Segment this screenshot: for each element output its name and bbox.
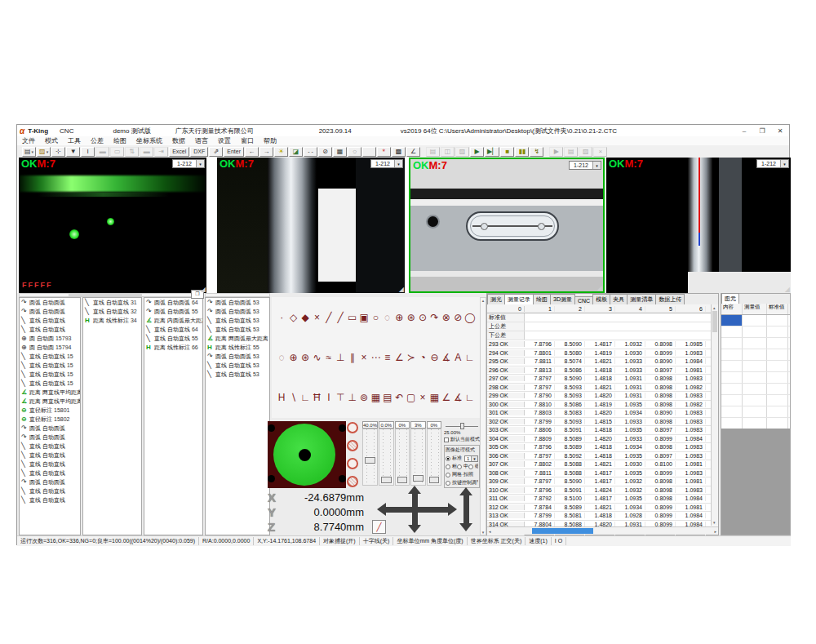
menu-item-文件[interactable]: 文件 [17, 136, 40, 145]
list-item[interactable]: ↷圆弧 自动圆弧55 [144, 307, 202, 316]
list-item[interactable]: ╲直线 自动直线 [20, 495, 80, 504]
list-item[interactable]: ╲直线 自动直线 [20, 451, 80, 460]
list-item[interactable]: ╲直线 自动直线53 [206, 316, 269, 325]
palette-tool-icon[interactable]: ∟ [299, 392, 311, 403]
slider-thumb[interactable] [365, 457, 375, 464]
enter-button[interactable]: Enter [224, 147, 244, 157]
table-row[interactable]: 300 OK7.88108.50861.48191.09350.80981.09… [487, 401, 718, 410]
back-light-button[interactable] [347, 476, 358, 487]
minimize-button[interactable]: – [735, 126, 753, 136]
segment-light-button[interactable] [347, 440, 358, 451]
resize-grip-icon[interactable]: ◢ [597, 284, 602, 291]
play-to-end-button[interactable]: ▶▏ [485, 147, 499, 157]
slider-track[interactable] [410, 429, 426, 486]
slider-track[interactable] [395, 429, 410, 486]
open-button[interactable]: ▨▾ [37, 147, 51, 157]
element-row[interactable] [721, 315, 790, 326]
tab-element[interactable]: 图元 [721, 293, 739, 304]
level-radio-粗[interactable] [446, 464, 450, 469]
standard-radio[interactable] [446, 456, 450, 461]
table-row[interactable]: 296 OK7.88138.50861.48181.09330.80971.09… [487, 366, 718, 375]
table-row[interactable]: 299 OK7.87908.50931.48201.09310.80981.09… [487, 392, 718, 401]
pattern-button[interactable]: ▦ [333, 147, 347, 157]
table-row[interactable]: 307 OK7.88028.50881.48211.09300.81001.09… [487, 460, 718, 469]
chart-button[interactable]: ∠ [406, 147, 420, 157]
menu-item-数据[interactable]: 数据 [167, 136, 190, 145]
tab-绘图[interactable]: 绘图 [533, 294, 551, 304]
palette-tool-icon[interactable]: ▭ [346, 312, 357, 323]
camera-view-3[interactable]: OKM:7 1-212▾ ◢ [409, 158, 605, 293]
palette-tool-icon[interactable]: ∿ [311, 352, 322, 363]
camera-view-2[interactable]: OKM:7 1-212▾ ◢ [217, 158, 405, 293]
menu-item-工具[interactable]: 工具 [63, 136, 86, 145]
palette-tool-icon[interactable]: ◇ [287, 312, 299, 323]
palette-tool-icon[interactable]: Ħ [311, 392, 322, 403]
table-fixed-row[interactable]: 上公差 [487, 322, 718, 331]
element-row[interactable] [721, 338, 790, 349]
slider-thumb[interactable] [397, 477, 408, 483]
list-item[interactable]: ⊕圆 自动圆15794 [20, 343, 80, 352]
list-item[interactable]: ∡距离 两直线平均距离 [20, 397, 80, 406]
palette-tool-icon[interactable]: ╱ [335, 312, 346, 323]
tab-CNC[interactable]: CNC [574, 296, 593, 304]
palette-tool-icon[interactable]: ▦ [428, 392, 440, 403]
palette-tool-icon[interactable]: ⊕ [393, 312, 405, 323]
palette-tool-icon[interactable]: · [276, 312, 287, 323]
edge-tool-button[interactable]: I [81, 147, 95, 157]
slider-track[interactable] [379, 429, 394, 486]
palette-tool-icon[interactable]: ≈ [323, 352, 335, 363]
table-hscrollbar[interactable]: ◂▸ [487, 526, 718, 535]
table-row[interactable]: 305 OK7.87968.50891.48181.09340.80981.09… [487, 443, 718, 452]
list-item[interactable]: H距离 线性标注55 [206, 343, 269, 352]
list-item[interactable]: ⊖直径标注15801 [20, 406, 80, 415]
palette-tool-icon[interactable]: ◆ [299, 312, 311, 323]
save-button[interactable]: ▤▾ [22, 147, 36, 157]
palette-tool-icon[interactable]: ⊥ [335, 352, 346, 363]
palette-tool-icon[interactable]: ∡ [441, 352, 452, 363]
palette-tool-icon[interactable]: ▦ [370, 392, 381, 403]
slider-thumb[interactable] [429, 477, 440, 483]
diagonal-move-button[interactable]: ╱ [372, 520, 386, 534]
light-slider[interactable]: 0.0% [379, 421, 394, 488]
palette-tool-icon[interactable]: ⋯ [370, 352, 381, 363]
table-row[interactable]: 303 OK7.88068.50911.48181.09350.80971.09… [487, 426, 718, 435]
table-row[interactable]: 312 OK7.87848.50891.48211.09340.80991.09… [487, 504, 718, 513]
coax-light-button[interactable] [347, 458, 358, 469]
zoom-tool-button[interactable]: ⊘ [318, 147, 332, 157]
palette-tool-icon[interactable]: ▣ [358, 312, 370, 323]
tab-测量清单[interactable]: 测量清单 [627, 294, 656, 304]
slider-track[interactable] [362, 429, 378, 486]
table-row[interactable]: 311 OK7.87928.51001.48171.09350.80981.09… [487, 495, 718, 504]
tab-3D测量[interactable]: 3D测量 [550, 294, 575, 304]
menu-item-公差[interactable]: 公差 [86, 136, 109, 145]
ring-light-button[interactable] [347, 422, 358, 433]
palette-tool-icon[interactable]: ⊕ [287, 352, 299, 363]
tab-夹具[interactable]: 夹具 [610, 294, 628, 304]
palette-tool-icon[interactable]: ⊖ [428, 352, 440, 363]
camera-view-1[interactable]: FFFFF OKM:7 1-212▾ ◢ [19, 158, 206, 293]
element-row[interactable] [721, 349, 790, 361]
element-row[interactable] [721, 384, 790, 395]
palette-tool-icon[interactable]: ◔ [417, 352, 428, 363]
palette-tool-icon[interactable]: ∠ [441, 392, 452, 403]
palette-tool-icon[interactable]: ◌ [382, 312, 393, 323]
table-fixed-row[interactable]: 下公差 [487, 331, 718, 340]
next-button[interactable]: → [259, 147, 273, 157]
camera-zoom-select[interactable]: 1-212▾ [172, 159, 205, 168]
camera-zoom-select[interactable]: 1-212▾ [370, 159, 403, 168]
list-item[interactable]: ∡距离 内圆弧最大距离 [144, 316, 202, 325]
palette-tool-icon[interactable]: × [417, 392, 428, 403]
run-button[interactable]: ↯ [530, 147, 543, 157]
list-item[interactable]: ⊕圆 自动圆15793 [20, 334, 80, 343]
list-item[interactable]: ↷圆弧 自动圆弧 [20, 424, 80, 433]
palette-tool-icon[interactable]: ▤ [382, 392, 393, 403]
palette-tool-icon[interactable]: ∟ [464, 352, 476, 363]
tab-数据上传[interactable]: 数据上传 [655, 294, 685, 304]
palette-tool-icon[interactable]: ◌ [276, 352, 287, 363]
table-row[interactable]: 304 OK7.88098.50891.48201.09330.80991.09… [487, 435, 718, 444]
slider-thumb[interactable] [413, 475, 424, 482]
list-item[interactable]: ╲直线 自动直线15 [20, 379, 80, 388]
level-radio-中[interactable] [457, 464, 462, 469]
table-row[interactable]: 313 OK7.87998.50811.48181.09280.80991.09… [487, 512, 718, 521]
slider-track[interactable] [427, 429, 442, 486]
